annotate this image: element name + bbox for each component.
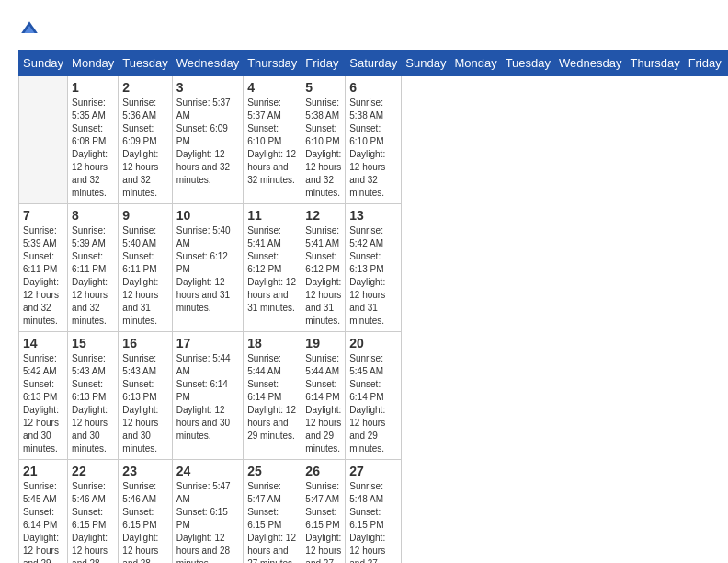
day-number: 24 [176, 464, 239, 478]
day-info: Sunrise: 5:38 AMSunset: 6:10 PMDaylight:… [349, 98, 385, 198]
day-number: 27 [349, 464, 397, 478]
calendar-cell: 15 Sunrise: 5:43 AMSunset: 6:13 PMDaylig… [68, 332, 119, 460]
day-number: 8 [72, 208, 114, 223]
day-number: 20 [349, 336, 397, 350]
day-number: 1 [72, 80, 114, 95]
day-info: Sunrise: 5:45 AMSunset: 6:14 PMDaylight:… [23, 481, 59, 563]
calendar-cell: 24 Sunrise: 5:47 AMSunset: 6:15 PMDaylig… [172, 460, 243, 564]
day-info: Sunrise: 5:39 AMSunset: 6:11 PMDaylight:… [23, 225, 59, 326]
day-number: 4 [247, 80, 297, 95]
calendar-cell: 3 Sunrise: 5:37 AMSunset: 6:09 PMDayligh… [172, 76, 243, 204]
day-number: 17 [176, 336, 239, 350]
day-number: 15 [72, 336, 114, 350]
calendar-cell: 5 Sunrise: 5:38 AMSunset: 6:10 PMDayligh… [301, 76, 346, 204]
calendar-week-0: 1 Sunrise: 5:35 AMSunset: 6:08 PMDayligh… [19, 76, 729, 204]
day-number: 18 [247, 336, 297, 350]
calendar-cell [19, 76, 68, 204]
day-info: Sunrise: 5:44 AMSunset: 6:14 PMDaylight:… [305, 353, 341, 454]
header-day-sunday: Sunday [19, 51, 68, 76]
day-number: 26 [305, 464, 341, 478]
calendar-cell: 17 Sunrise: 5:44 AMSunset: 6:14 PMDaylig… [172, 332, 243, 460]
day-info: Sunrise: 5:35 AMSunset: 6:08 PMDaylight:… [72, 98, 108, 198]
day-info: Sunrise: 5:37 AMSunset: 6:10 PMDaylight:… [247, 98, 296, 185]
calendar-cell: 14 Sunrise: 5:42 AMSunset: 6:13 PMDaylig… [19, 332, 68, 460]
header-friday: Friday [684, 51, 725, 76]
calendar-cell: 6 Sunrise: 5:38 AMSunset: 6:10 PMDayligh… [346, 76, 402, 204]
day-number: 23 [122, 464, 167, 478]
calendar-week-2: 14 Sunrise: 5:42 AMSunset: 6:13 PMDaylig… [19, 332, 729, 460]
logo [18, 18, 44, 40]
calendar-cell: 26 Sunrise: 5:47 AMSunset: 6:15 PMDaylig… [301, 460, 346, 564]
day-info: Sunrise: 5:44 AMSunset: 6:14 PMDaylight:… [176, 353, 231, 441]
day-info: Sunrise: 5:48 AMSunset: 6:15 PMDaylight:… [349, 481, 385, 563]
header-day-saturday: Saturday [346, 51, 402, 76]
day-info: Sunrise: 5:40 AMSunset: 6:12 PMDaylight:… [176, 225, 231, 313]
day-info: Sunrise: 5:39 AMSunset: 6:11 PMDaylight:… [72, 225, 108, 326]
calendar-cell: 20 Sunrise: 5:45 AMSunset: 6:14 PMDaylig… [346, 332, 402, 460]
header-day-friday: Friday [301, 51, 346, 76]
header-day-monday: Monday [68, 51, 119, 76]
day-info: Sunrise: 5:40 AMSunset: 6:11 PMDaylight:… [122, 225, 158, 326]
calendar-cell: 8 Sunrise: 5:39 AMSunset: 6:11 PMDayligh… [68, 204, 119, 332]
day-number: 13 [349, 208, 397, 223]
calendar-cell: 13 Sunrise: 5:42 AMSunset: 6:13 PMDaylig… [346, 204, 402, 332]
day-info: Sunrise: 5:36 AMSunset: 6:09 PMDaylight:… [122, 98, 158, 198]
header-wednesday: Wednesday [555, 51, 626, 76]
day-number: 6 [349, 80, 397, 95]
day-info: Sunrise: 5:41 AMSunset: 6:12 PMDaylight:… [247, 225, 296, 313]
calendar-week-1: 7 Sunrise: 5:39 AMSunset: 6:11 PMDayligh… [19, 204, 729, 332]
day-number: 2 [122, 80, 167, 95]
calendar-cell: 22 Sunrise: 5:46 AMSunset: 6:15 PMDaylig… [68, 460, 119, 564]
day-info: Sunrise: 5:46 AMSunset: 6:15 PMDaylight:… [122, 481, 158, 563]
header-thursday: Thursday [626, 51, 684, 76]
day-number: 25 [247, 464, 297, 478]
day-number: 10 [176, 208, 239, 223]
calendar-cell: 25 Sunrise: 5:47 AMSunset: 6:15 PMDaylig… [244, 460, 301, 564]
day-number: 22 [72, 464, 114, 478]
day-info: Sunrise: 5:45 AMSunset: 6:14 PMDaylight:… [349, 353, 385, 454]
header-day-tuesday: Tuesday [119, 51, 172, 76]
day-number: 19 [305, 336, 341, 350]
header-sunday: Sunday [402, 51, 450, 76]
day-info: Sunrise: 5:47 AMSunset: 6:15 PMDaylight:… [247, 481, 296, 563]
day-number: 21 [23, 464, 63, 478]
calendar-cell: 19 Sunrise: 5:44 AMSunset: 6:14 PMDaylig… [301, 332, 346, 460]
calendar-cell: 16 Sunrise: 5:43 AMSunset: 6:13 PMDaylig… [119, 332, 172, 460]
day-number: 7 [23, 208, 63, 223]
day-info: Sunrise: 5:41 AMSunset: 6:12 PMDaylight:… [305, 225, 341, 326]
day-number: 9 [122, 208, 167, 223]
calendar-cell: 11 Sunrise: 5:41 AMSunset: 6:12 PMDaylig… [244, 204, 301, 332]
calendar-table: SundayMondayTuesdayWednesdayThursdayFrid… [18, 50, 728, 563]
header-monday: Monday [450, 51, 501, 76]
calendar-week-3: 21 Sunrise: 5:45 AMSunset: 6:14 PMDaylig… [19, 460, 729, 564]
day-info: Sunrise: 5:38 AMSunset: 6:10 PMDaylight:… [305, 98, 341, 198]
header-tuesday: Tuesday [501, 51, 554, 76]
day-info: Sunrise: 5:46 AMSunset: 6:15 PMDaylight:… [72, 481, 108, 563]
calendar-cell: 9 Sunrise: 5:40 AMSunset: 6:11 PMDayligh… [119, 204, 172, 332]
calendar-cell: 27 Sunrise: 5:48 AMSunset: 6:15 PMDaylig… [346, 460, 402, 564]
day-info: Sunrise: 5:37 AMSunset: 6:09 PMDaylight:… [176, 98, 231, 185]
day-number: 14 [23, 336, 63, 350]
calendar-cell: 21 Sunrise: 5:45 AMSunset: 6:14 PMDaylig… [19, 460, 68, 564]
calendar-cell: 18 Sunrise: 5:44 AMSunset: 6:14 PMDaylig… [244, 332, 301, 460]
day-info: Sunrise: 5:47 AMSunset: 6:15 PMDaylight:… [305, 481, 341, 563]
day-info: Sunrise: 5:47 AMSunset: 6:15 PMDaylight:… [176, 481, 231, 563]
day-number: 5 [305, 80, 341, 95]
header-day-thursday: Thursday [244, 51, 301, 76]
page-header [18, 18, 710, 40]
calendar-cell: 4 Sunrise: 5:37 AMSunset: 6:10 PMDayligh… [244, 76, 301, 204]
day-number: 12 [305, 208, 341, 223]
day-number: 3 [176, 80, 239, 95]
calendar-cell: 2 Sunrise: 5:36 AMSunset: 6:09 PMDayligh… [119, 76, 172, 204]
day-info: Sunrise: 5:42 AMSunset: 6:13 PMDaylight:… [23, 353, 59, 454]
day-info: Sunrise: 5:42 AMSunset: 6:13 PMDaylight:… [349, 225, 385, 326]
day-info: Sunrise: 5:44 AMSunset: 6:14 PMDaylight:… [247, 353, 296, 441]
calendar-cell: 23 Sunrise: 5:46 AMSunset: 6:15 PMDaylig… [119, 460, 172, 564]
calendar-cell: 12 Sunrise: 5:41 AMSunset: 6:12 PMDaylig… [301, 204, 346, 332]
logo-icon [18, 18, 40, 40]
calendar-cell: 10 Sunrise: 5:40 AMSunset: 6:12 PMDaylig… [172, 204, 243, 332]
day-number: 11 [247, 208, 297, 223]
header-day-wednesday: Wednesday [172, 51, 243, 76]
calendar-cell: 1 Sunrise: 5:35 AMSunset: 6:08 PMDayligh… [68, 76, 119, 204]
calendar-header-row: SundayMondayTuesdayWednesdayThursdayFrid… [19, 51, 729, 76]
